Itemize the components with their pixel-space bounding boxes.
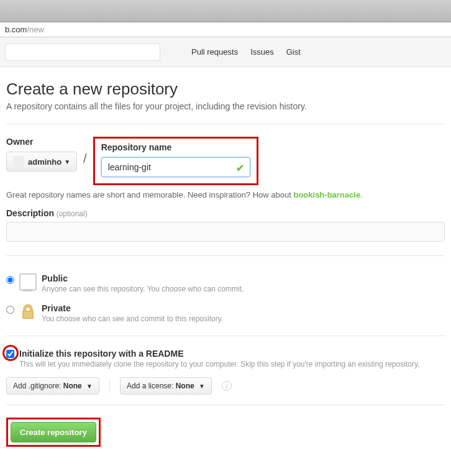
divider: [6, 124, 445, 124]
divider: [6, 336, 445, 336]
init-readme-row[interactable]: Initialize this repository with a README…: [6, 349, 445, 368]
name-hint: Great repository names are short and mem…: [6, 190, 445, 199]
lock-icon: [19, 303, 37, 321]
repo-input-wrap: ✔: [101, 157, 250, 177]
divider: [6, 255, 445, 256]
public-label: Public: [42, 273, 244, 283]
public-desc: Anyone can see this repository. You choo…: [42, 285, 244, 293]
init-label: Initialize this repository with a README: [19, 349, 419, 359]
description-label: Description: [6, 208, 54, 218]
description-input[interactable]: [6, 222, 445, 242]
license-select[interactable]: Add a license: None ▼: [120, 377, 212, 395]
init-desc: This will let you immediately clone the …: [19, 360, 419, 368]
license-prefix: Add a license:: [127, 382, 176, 390]
caret-down-icon: ▼: [199, 383, 205, 390]
license-value: None: [176, 382, 194, 390]
repo-column-highlight: Repository name ✔: [93, 137, 258, 185]
description-section: Description (optional): [6, 208, 445, 248]
page-title: Create a new repository: [6, 80, 445, 99]
owner-column: Owner adminho ▼: [6, 137, 77, 172]
repo-public-icon: [19, 273, 37, 291]
checkmark-icon: ✔: [236, 162, 244, 174]
gitignore-prefix: Add .gitignore:: [13, 382, 63, 390]
private-radio[interactable]: [6, 306, 14, 314]
avatar: [13, 156, 24, 167]
options-row: Add .gitignore: None ▼ Add a license: No…: [6, 377, 445, 395]
public-radio[interactable]: [6, 276, 14, 284]
url-path: /new: [27, 25, 43, 34]
vertical-separator: [109, 378, 110, 393]
repo-name-input[interactable]: [101, 157, 250, 177]
nav-pull-requests[interactable]: Pull requests: [191, 47, 238, 57]
init-readme-checkbox[interactable]: [6, 350, 14, 358]
private-label: Private: [42, 303, 223, 313]
visibility-private-row[interactable]: Private You choose who can see and commi…: [6, 298, 445, 328]
help-icon[interactable]: i: [222, 381, 232, 391]
hint-suffix: .: [360, 190, 363, 199]
nav-links: Pull requests Issues Gist: [191, 47, 301, 57]
header-nav: Pull requests Issues Gist: [0, 37, 451, 67]
url-host: b.com: [5, 25, 27, 34]
nav-issues[interactable]: Issues: [250, 47, 274, 57]
create-button-highlight: Create repository: [6, 418, 101, 447]
name-suggestion-link[interactable]: bookish-barnacle: [293, 190, 360, 199]
owner-name: adminho: [28, 157, 62, 167]
slash-separator: /: [82, 137, 88, 166]
page-subtitle: A repository contains all the files for …: [6, 101, 445, 111]
hint-prefix: Great repository names are short and mem…: [6, 190, 293, 199]
owner-repo-row: Owner adminho ▼ / Repository name ✔: [6, 137, 445, 185]
owner-label: Owner: [6, 137, 77, 147]
repo-name-label: Repository name: [101, 142, 250, 152]
main-content: Create a new repository A repository con…: [0, 67, 451, 459]
create-repository-button[interactable]: Create repository: [11, 422, 96, 442]
nav-gist[interactable]: Gist: [286, 47, 301, 57]
private-desc: You choose who can see and commit to thi…: [42, 314, 223, 323]
owner-select[interactable]: adminho ▼: [6, 152, 77, 172]
divider: [6, 405, 445, 405]
url-bar[interactable]: b.com/new: [0, 22, 451, 37]
search-input[interactable]: [5, 43, 160, 61]
visibility-public-row[interactable]: Public Anyone can see this repository. Y…: [6, 268, 445, 298]
optional-text: (optional): [57, 209, 88, 218]
gitignore-value: None: [63, 382, 82, 390]
gitignore-select[interactable]: Add .gitignore: None ▼: [6, 377, 99, 395]
caret-down-icon: ▼: [64, 158, 70, 165]
caret-down-icon: ▼: [86, 383, 93, 390]
browser-chrome: [0, 0, 451, 22]
